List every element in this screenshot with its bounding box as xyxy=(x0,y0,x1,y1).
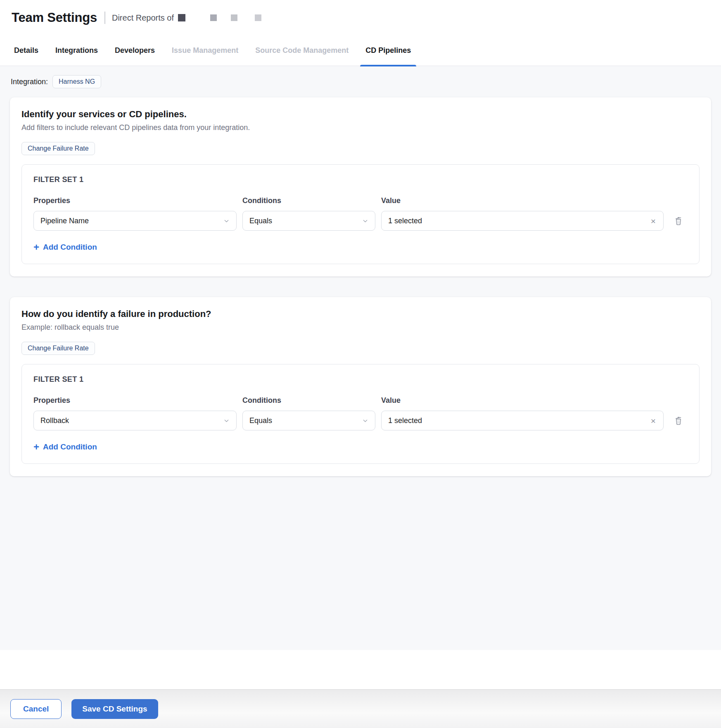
redacted-block xyxy=(231,14,237,21)
tab-issue-management: Issue Management xyxy=(166,35,244,66)
filter-grid-labels: Properties Conditions Value xyxy=(33,396,688,411)
filter-set-title: FILTER SET 1 xyxy=(33,375,688,384)
chevron-down-icon xyxy=(223,218,230,224)
add-condition-label: Add Condition xyxy=(43,243,97,252)
clear-value-icon[interactable]: × xyxy=(650,416,657,425)
page-title: Team Settings xyxy=(12,10,97,25)
main-content: Integration: Harness NG Identify your se… xyxy=(0,66,721,650)
cd-pipelines-card: Identify your services or CD pipelines. … xyxy=(10,97,711,277)
trash-icon xyxy=(674,416,683,425)
chevron-down-icon xyxy=(362,418,368,424)
card-subtitle: Add filters to include relevant CD pipel… xyxy=(21,123,700,132)
filter-grid-row: Rollback Equals 1 selected × xyxy=(33,411,688,430)
filter-set-title: FILTER SET 1 xyxy=(33,175,688,184)
redacted-block xyxy=(178,14,185,21)
properties-column-label: Properties xyxy=(33,396,237,405)
redacted-block xyxy=(210,14,217,21)
conditions-column-label: Conditions xyxy=(242,196,375,205)
plus-icon: + xyxy=(33,242,39,252)
integration-chip[interactable]: Harness NG xyxy=(52,75,101,88)
condition-select-value: Equals xyxy=(249,217,272,225)
delete-filter-button[interactable] xyxy=(669,211,688,231)
filter-set: FILTER SET 1 Properties Conditions Value… xyxy=(21,164,700,264)
add-condition-button[interactable]: + Add Condition xyxy=(33,442,97,452)
value-column-label: Value xyxy=(381,396,664,405)
value-select-value: 1 selected xyxy=(388,416,422,425)
value-select[interactable]: 1 selected × xyxy=(381,411,664,430)
value-select[interactable]: 1 selected × xyxy=(381,211,664,231)
title-divider xyxy=(104,12,105,24)
value-select-value: 1 selected xyxy=(388,217,422,225)
tab-source-code-management: Source Code Management xyxy=(250,35,354,66)
redacted-block xyxy=(255,14,261,21)
footer-action-bar: Cancel Save CD Settings xyxy=(0,689,721,728)
integration-row: Integration: Harness NG xyxy=(11,75,721,88)
cancel-button[interactable]: Cancel xyxy=(10,699,62,719)
save-cd-settings-button[interactable]: Save CD Settings xyxy=(71,699,158,719)
add-condition-button[interactable]: + Add Condition xyxy=(33,242,97,252)
property-select[interactable]: Pipeline Name xyxy=(33,211,237,231)
card-title: How do you identify a failure in product… xyxy=(21,309,700,319)
filter-grid-labels: Properties Conditions Value xyxy=(33,196,688,211)
content-bottom-spacer xyxy=(0,650,721,689)
tab-bar: Details Integrations Developers Issue Ma… xyxy=(0,35,721,66)
page-header: Team Settings Direct Reports of xyxy=(0,0,721,35)
property-select-value: Pipeline Name xyxy=(40,217,89,225)
tab-developers[interactable]: Developers xyxy=(109,35,160,66)
filter-grid-row: Pipeline Name Equals 1 selected × xyxy=(33,211,688,231)
value-column-label: Value xyxy=(381,196,664,205)
plus-icon: + xyxy=(33,442,39,452)
add-condition-label: Add Condition xyxy=(43,442,97,451)
chevron-down-icon xyxy=(362,218,368,224)
properties-column-label: Properties xyxy=(33,196,237,205)
tab-details[interactable]: Details xyxy=(9,35,44,66)
card-title: Identify your services or CD pipelines. xyxy=(21,109,700,120)
filter-set: FILTER SET 1 Properties Conditions Value… xyxy=(21,364,700,464)
failure-identification-card: How do you identify a failure in product… xyxy=(10,297,711,476)
trash-icon xyxy=(674,216,683,226)
property-select-value: Rollback xyxy=(40,416,69,425)
tab-integrations[interactable]: Integrations xyxy=(50,35,103,66)
clear-value-icon[interactable]: × xyxy=(650,217,657,225)
metric-chip-change-failure-rate[interactable]: Change Failure Rate xyxy=(21,142,95,155)
card-subtitle: Example: rollback equals true xyxy=(21,323,700,332)
property-select[interactable]: Rollback xyxy=(33,411,237,430)
chevron-down-icon xyxy=(223,418,230,424)
tab-cd-pipelines[interactable]: CD Pipelines xyxy=(360,35,416,66)
header-subtitle: Direct Reports of xyxy=(112,13,174,23)
condition-select[interactable]: Equals xyxy=(242,411,375,430)
conditions-column-label: Conditions xyxy=(242,396,375,405)
condition-select[interactable]: Equals xyxy=(242,211,375,231)
integration-label: Integration: xyxy=(11,78,48,86)
condition-select-value: Equals xyxy=(249,416,272,425)
delete-filter-button[interactable] xyxy=(669,411,688,430)
metric-chip-change-failure-rate[interactable]: Change Failure Rate xyxy=(21,342,95,355)
